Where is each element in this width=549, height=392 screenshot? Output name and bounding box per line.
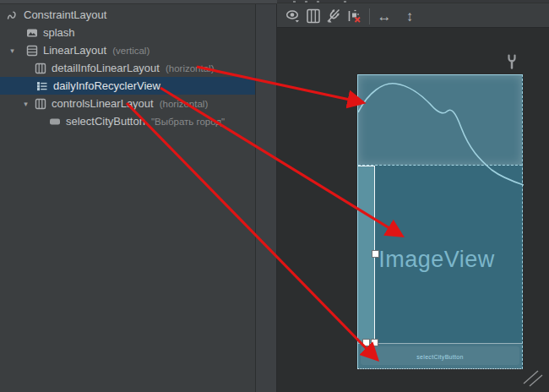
vertical-size-arrow-icon[interactable]: ↕: [400, 7, 419, 25]
tree-item-label: controlsLinearLayout: [52, 97, 154, 110]
linear-layout-horizontal-icon: [35, 98, 46, 110]
chevron-down-icon[interactable]: ▾: [20, 100, 31, 108]
tree-item-constraintlayout[interactable]: ConstraintLayout: [0, 6, 255, 24]
widget-detailinfolinearlayout[interactable]: [358, 75, 522, 166]
tree-item-label: dailyInfoRecyclerView: [53, 79, 160, 92]
tree-item-selectcitybutton[interactable]: selectCityButton "Выбрать город": [0, 112, 255, 130]
imageview-placeholder-label[interactable]: ImageView: [378, 247, 495, 273]
selection-handle-bottom-right[interactable]: [371, 339, 378, 346]
tree-item-label: splash: [43, 26, 75, 39]
button-text-annotation: "Выбрать город": [151, 117, 225, 127]
view-options-eye-icon[interactable]: [284, 7, 302, 25]
orientation-columns-icon[interactable]: [304, 7, 323, 25]
tree-item-detailinfolinearlayout[interactable]: detailInfoLinearLayout (horizontal): [0, 59, 255, 77]
tree-item-label: ConstraintLayout: [24, 8, 106, 21]
tree-item-label: LinearLayout: [43, 44, 106, 57]
panel-divider[interactable]: [255, 0, 277, 392]
tree-item-linearlayout[interactable]: ▾ LinearLayout (vertical): [0, 41, 255, 59]
orientation-annotation: (horizontal): [166, 63, 215, 74]
linear-layout-horizontal-icon: [35, 63, 46, 74]
tree-item-splash[interactable]: splash: [0, 24, 255, 41]
tree-panel-header-edge: [0, 0, 277, 4]
tree-item-dailyinforecyclerview[interactable]: dailyInfoRecyclerView: [0, 77, 255, 95]
tree-item-controlslinearlayout[interactable]: ▾ controlsLinearLayout (horizontal): [0, 95, 255, 112]
button-icon: [49, 116, 61, 128]
selection-handle-middle[interactable]: [372, 250, 379, 258]
constraint-layout-icon: [7, 9, 19, 21]
clear-constraints-icon[interactable]: [345, 7, 363, 25]
selection-handle-bottom-left[interactable]: [362, 339, 370, 346]
toolbar-separator: [369, 8, 370, 24]
wrench-icon[interactable]: [506, 54, 518, 73]
component-tree-panel: ConstraintLayout splash ▾ LinearLayout (…: [0, 0, 255, 392]
canvas-resize-handle[interactable]: [522, 369, 544, 391]
image-icon: [26, 27, 38, 39]
tree-item-label: selectCityButton: [66, 115, 145, 128]
linear-layout-vertical-icon: [26, 45, 38, 57]
design-toolbar: ↔ ↕: [277, 0, 549, 28]
chevron-down-icon[interactable]: ▾: [7, 46, 18, 55]
horizontal-size-arrow-icon[interactable]: ↔: [375, 7, 394, 25]
design-surface: ↔ ↕ ImageView selectCityButton: [277, 0, 549, 392]
clipped-toolbar-row: [277, 0, 549, 3]
orientation-annotation: (vertical): [112, 46, 149, 56]
orientation-annotation: (horizontal): [160, 99, 209, 109]
tree-item-label: detailInfoLinearLayout: [52, 62, 160, 74]
device-screen-preview[interactable]: ImageView selectCityButton: [357, 74, 523, 369]
autoconnect-off-magnet-icon[interactable]: [324, 7, 343, 25]
recycler-view-list-icon: [36, 80, 48, 92]
selectcitybutton-label: selectCityButton: [416, 354, 463, 360]
widget-controlslinearlayout[interactable]: selectCityButton: [358, 343, 522, 369]
